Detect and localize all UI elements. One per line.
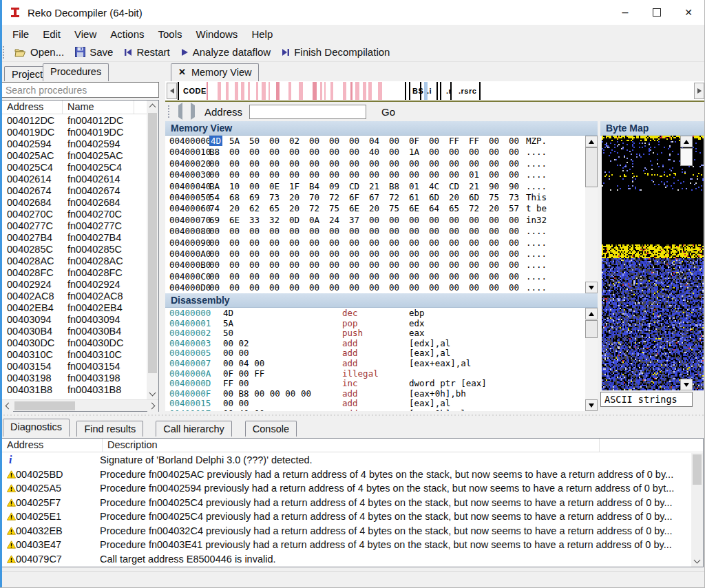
hex-byte[interactable]: CD <box>349 181 369 191</box>
hex-byte[interactable]: 00 <box>369 226 389 236</box>
procedure-row[interactable]: 00402684fn00402684 <box>2 197 147 209</box>
hex-byte[interactable]: 00 <box>269 271 289 282</box>
hex-byte[interactable]: 00 <box>209 271 229 282</box>
hex-byte[interactable]: 00 <box>229 226 249 236</box>
hex-byte[interactable]: 00 <box>309 226 329 236</box>
hex-dump[interactable]: 004000004D5A50000200000004000F00FFFF0000… <box>165 136 598 293</box>
hex-byte[interactable]: 00 <box>289 169 309 180</box>
hex-byte[interactable]: 00 <box>289 238 309 248</box>
horizontal-splitter[interactable] <box>0 413 704 419</box>
procedure-row[interactable]: 00402AC8fn00402AC8 <box>2 291 147 302</box>
menu-help[interactable]: Help <box>244 26 280 42</box>
hex-byte[interactable]: 01 <box>469 169 489 180</box>
menu-view[interactable]: View <box>67 26 103 42</box>
hex-byte[interactable]: 00 <box>389 226 409 236</box>
hex-byte[interactable]: 00 <box>409 238 429 248</box>
hex-byte[interactable]: 00 <box>469 158 489 169</box>
hex-byte[interactable]: 00 <box>449 147 469 157</box>
hex-byte[interactable]: 00 <box>329 238 349 248</box>
disassembly-listing[interactable]: 004000004Ddecebp004000015Apopedx00400002… <box>165 308 598 411</box>
hex-byte[interactable]: 00 <box>489 249 509 259</box>
hex-byte[interactable]: 00 <box>269 249 289 259</box>
hex-byte[interactable]: 1F <box>289 181 309 191</box>
hex-byte[interactable]: 00 <box>349 147 369 157</box>
hex-byte[interactable]: 00 <box>309 169 329 180</box>
hex-byte[interactable]: 00 <box>289 282 309 293</box>
hex-byte[interactable]: 00 <box>389 260 409 270</box>
hex-byte[interactable]: 00 <box>269 158 289 169</box>
hex-byte[interactable]: 00 <box>209 158 229 169</box>
scroll-thumb[interactable] <box>585 320 598 338</box>
scroll-up-button[interactable] <box>585 136 598 147</box>
hex-byte[interactable]: 00 <box>249 238 269 248</box>
hex-byte[interactable]: 6F <box>349 192 369 202</box>
hex-byte[interactable]: 00 <box>469 260 489 270</box>
hex-byte[interactable]: 00 <box>449 282 469 293</box>
hex-byte[interactable]: 00 <box>329 282 349 293</box>
disasm-address[interactable]: 00400001 <box>165 318 223 328</box>
hex-byte[interactable]: 00 <box>409 215 429 225</box>
close-tab-icon[interactable]: ✕ <box>178 67 186 77</box>
hex-byte[interactable]: 00 <box>429 158 449 169</box>
hex-byte[interactable]: 00 <box>449 169 469 180</box>
hex-vscrollbar[interactable] <box>585 136 598 293</box>
hex-byte[interactable]: 10 <box>229 181 249 191</box>
tab-procedures[interactable]: Procedures <box>43 63 109 81</box>
hex-byte[interactable]: 65 <box>269 203 289 213</box>
hex-byte[interactable]: 00 <box>349 136 369 146</box>
hex-byte[interactable]: 00 <box>409 249 429 259</box>
disasm-address[interactable]: 0040000D <box>165 378 223 388</box>
hex-byte[interactable]: 21 <box>369 181 389 191</box>
scroll-down-button[interactable] <box>691 556 703 567</box>
hex-byte[interactable]: 6E <box>229 215 249 225</box>
hex-byte[interactable]: 00 <box>409 271 429 282</box>
hex-byte[interactable]: 70 <box>309 192 329 202</box>
hex-byte[interactable]: B8 <box>389 181 409 191</box>
tab-call-hierarchy[interactable]: Call hierarchy <box>156 421 232 437</box>
hex-byte[interactable]: 00 <box>349 226 369 236</box>
scroll-down-button[interactable] <box>680 379 693 390</box>
hex-byte[interactable]: 33 <box>249 215 269 225</box>
procedure-row[interactable]: 00402924fn00402924 <box>2 279 147 291</box>
hex-byte[interactable]: 00 <box>489 282 509 293</box>
hex-byte[interactable]: 72 <box>469 203 489 213</box>
hex-byte[interactable]: 00 <box>329 271 349 282</box>
hex-byte[interactable]: 00 <box>489 215 509 225</box>
hex-byte[interactable]: 00 <box>429 169 449 180</box>
hex-byte[interactable]: 00 <box>369 249 389 259</box>
hex-byte[interactable]: 6E <box>349 203 369 213</box>
hex-byte[interactable]: 73 <box>269 192 289 202</box>
hex-byte[interactable]: 90 <box>489 181 509 191</box>
procedure-row[interactable]: 004012DCfn004012DC <box>2 115 147 127</box>
hex-byte[interactable]: 00 <box>229 147 249 157</box>
procedure-row[interactable]: 00403154fn00403154 <box>2 361 147 372</box>
scroll-down-button[interactable] <box>147 388 158 399</box>
hex-byte[interactable]: 1A <box>409 147 429 157</box>
byte-map-vscrollbar[interactable] <box>680 136 693 390</box>
hex-byte[interactable]: 00 <box>249 158 269 169</box>
hex-byte[interactable]: 00 <box>309 282 329 293</box>
hex-byte[interactable]: 0F <box>409 136 429 146</box>
hex-byte[interactable]: 00 <box>249 147 269 157</box>
hex-byte[interactable]: 00 <box>389 282 409 293</box>
hex-byte[interactable]: 00 <box>209 249 229 259</box>
disasm-address[interactable]: 00400003 <box>165 338 223 348</box>
hex-byte[interactable]: 67 <box>369 192 389 202</box>
hex-byte[interactable]: 00 <box>249 226 269 236</box>
hex-byte[interactable]: 00 <box>429 238 449 248</box>
hex-byte[interactable]: FF <box>449 136 469 146</box>
diagnostic-row[interactable]: 00403E47Procedure fn00403E41 previously … <box>2 538 691 552</box>
hex-byte[interactable]: 00 <box>429 282 449 293</box>
scroll-thumb[interactable] <box>680 148 693 166</box>
close-button[interactable] <box>673 0 704 25</box>
hex-byte[interactable]: 00 <box>469 271 489 282</box>
nav-forward-button[interactable] <box>191 105 195 118</box>
hex-byte[interactable]: 72 <box>389 192 409 202</box>
hex-byte[interactable]: 00 <box>349 260 369 270</box>
disasm-address[interactable]: 00400002 <box>165 328 223 338</box>
hex-byte[interactable]: 00 <box>349 238 369 248</box>
hex-byte[interactable]: 09 <box>329 181 349 191</box>
hex-byte[interactable]: 00 <box>489 238 509 248</box>
hex-byte[interactable]: 00 <box>489 271 509 282</box>
disasm-address[interactable]: 00400000 <box>165 308 223 318</box>
